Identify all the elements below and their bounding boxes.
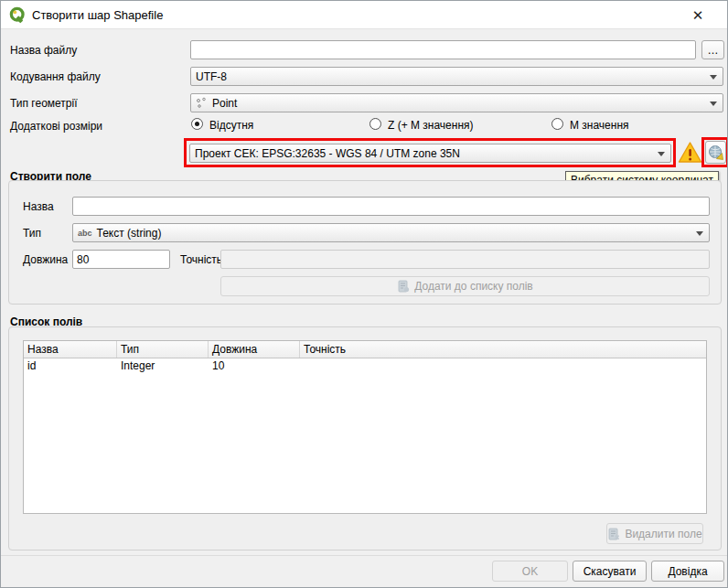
field-length-input[interactable]: [72, 250, 170, 269]
geometry-type-value: Point: [212, 97, 237, 110]
table-row[interactable]: id Integer 10: [24, 358, 706, 374]
geometry-type-select[interactable]: Point: [190, 93, 723, 112]
ok-button[interactable]: OK: [492, 561, 568, 582]
create-shapefile-dialog: Створити шар Shapefile ✕ Назва файлу … К…: [0, 0, 728, 588]
cell-precision: [300, 358, 706, 374]
column-header[interactable]: Точність: [300, 341, 706, 358]
help-button[interactable]: Довідка: [651, 561, 724, 582]
field-name-label: Назва: [23, 200, 54, 213]
chevron-down-icon: [710, 75, 717, 80]
radio-z-m[interactable]: [369, 118, 381, 130]
field-type-select[interactable]: abc Текст (string): [72, 223, 710, 242]
radio-none-label: Відсутня: [209, 119, 253, 132]
add-field-icon: [397, 280, 410, 293]
field-type-label: Тип: [23, 227, 41, 240]
select-crs-button[interactable]: [705, 141, 726, 164]
column-header[interactable]: Довжина: [209, 341, 300, 358]
crs-select[interactable]: Проект СЕК: EPSG:32635 - WGS 84 / UTM zo…: [189, 144, 671, 163]
filename-input[interactable]: [190, 40, 696, 59]
field-name-input[interactable]: [72, 197, 710, 216]
add-field-button[interactable]: Додати до списку полів: [220, 276, 710, 296]
radio-z-m-label: Z (+ M значення): [388, 119, 474, 132]
browse-button[interactable]: …: [701, 40, 724, 59]
encoding-label: Кодування файлу: [10, 70, 101, 83]
field-type-value: Текст (string): [97, 227, 162, 240]
field-list-table: Назва Тип Довжина Точність id Integer 10: [23, 340, 707, 514]
window-title: Створити шар Shapefile: [32, 8, 163, 22]
point-geometry-icon: [196, 97, 208, 109]
warning-icon: [678, 141, 702, 164]
titlebar: Створити шар Shapefile ✕: [1, 1, 727, 29]
cell-name: id: [24, 358, 117, 374]
radio-m[interactable]: [551, 118, 563, 130]
field-precision-input[interactable]: [220, 250, 710, 269]
geometry-type-label: Тип геометрії: [10, 97, 78, 110]
cancel-button[interactable]: Скасувати: [573, 561, 647, 582]
field-precision-label: Точність: [180, 253, 222, 266]
filename-label: Назва файлу: [10, 44, 77, 57]
globe-edit-icon: [708, 144, 723, 160]
radio-none[interactable]: [191, 118, 203, 130]
cell-type: Integer: [117, 358, 209, 374]
footer-separator: [1, 555, 727, 556]
delete-field-button[interactable]: Видалити поле: [606, 523, 703, 544]
radio-m-label: M значення: [570, 119, 629, 132]
table-header-row: Назва Тип Довжина Точність: [24, 341, 706, 358]
cell-length: 10: [209, 358, 300, 374]
crs-value: Проект СЕК: EPSG:32635 - WGS 84 / UTM zo…: [195, 147, 460, 160]
add-field-label: Додати до списку полів: [414, 280, 533, 293]
encoding-select[interactable]: UTF-8: [190, 67, 723, 86]
text-type-abc-icon: abc: [78, 229, 92, 238]
qgis-logo-icon: [9, 6, 27, 24]
column-header[interactable]: Назва: [24, 341, 117, 358]
delete-field-icon: [607, 528, 620, 540]
dimensions-label: Додаткові розміри: [10, 120, 102, 133]
chevron-down-icon: [658, 152, 665, 156]
close-icon[interactable]: ✕: [689, 6, 707, 25]
chevron-down-icon: [696, 231, 703, 236]
delete-field-label: Видалити поле: [625, 528, 701, 540]
chevron-down-icon: [710, 102, 717, 106]
column-header[interactable]: Тип: [117, 341, 209, 358]
field-length-label: Довжина: [23, 253, 68, 266]
encoding-value: UTF-8: [196, 70, 227, 83]
